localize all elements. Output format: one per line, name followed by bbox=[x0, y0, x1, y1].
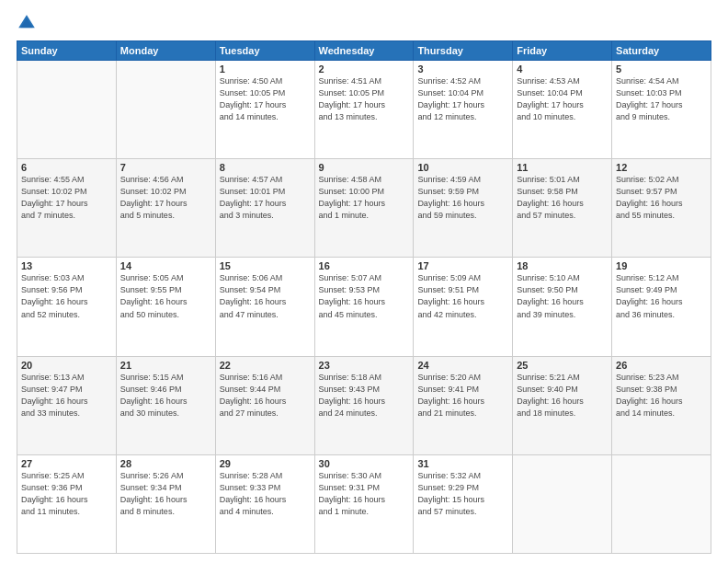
calendar-cell: 27Sunrise: 5:25 AM Sunset: 9:36 PM Dayli… bbox=[17, 454, 117, 553]
day-info: Sunrise: 5:15 AM Sunset: 9:46 PM Dayligh… bbox=[120, 372, 211, 419]
calendar-cell bbox=[612, 454, 711, 553]
day-number: 16 bbox=[319, 260, 410, 271]
day-number: 28 bbox=[120, 458, 211, 469]
calendar-cell: 3Sunrise: 4:52 AM Sunset: 10:04 PM Dayli… bbox=[414, 61, 513, 159]
day-number: 26 bbox=[616, 360, 707, 371]
day-info: Sunrise: 5:13 AM Sunset: 9:47 PM Dayligh… bbox=[21, 372, 112, 419]
day-number: 2 bbox=[319, 63, 410, 75]
calendar-cell: 18Sunrise: 5:10 AM Sunset: 9:50 PM Dayli… bbox=[513, 258, 612, 356]
calendar-cell bbox=[17, 61, 117, 159]
calendar-week-3: 13Sunrise: 5:03 AM Sunset: 9:56 PM Dayli… bbox=[17, 258, 711, 356]
day-info: Sunrise: 5:16 AM Sunset: 9:44 PM Dayligh… bbox=[220, 372, 311, 419]
day-number: 29 bbox=[220, 458, 311, 469]
day-number: 12 bbox=[616, 162, 707, 173]
day-info: Sunrise: 4:51 AM Sunset: 10:05 PM Daylig… bbox=[319, 75, 410, 123]
calendar-cell: 14Sunrise: 5:05 AM Sunset: 9:55 PM Dayli… bbox=[116, 258, 215, 356]
day-info: Sunrise: 4:53 AM Sunset: 10:04 PM Daylig… bbox=[517, 75, 608, 123]
calendar-week-1: 1Sunrise: 4:50 AM Sunset: 10:05 PM Dayli… bbox=[17, 61, 711, 159]
day-number: 21 bbox=[120, 360, 211, 371]
day-number: 18 bbox=[517, 260, 608, 271]
logo-icon bbox=[17, 13, 37, 33]
calendar-cell: 2Sunrise: 4:51 AM Sunset: 10:05 PM Dayli… bbox=[314, 61, 414, 159]
weekday-header-friday: Friday bbox=[513, 41, 612, 61]
day-info: Sunrise: 4:58 AM Sunset: 10:00 PM Daylig… bbox=[319, 174, 410, 222]
day-info: Sunrise: 4:59 AM Sunset: 9:59 PM Dayligh… bbox=[417, 174, 508, 222]
calendar-week-4: 20Sunrise: 5:13 AM Sunset: 9:47 PM Dayli… bbox=[17, 356, 711, 454]
day-info: Sunrise: 5:06 AM Sunset: 9:54 PM Dayligh… bbox=[220, 272, 311, 320]
day-number: 25 bbox=[517, 360, 608, 371]
calendar-cell: 7Sunrise: 4:56 AM Sunset: 10:02 PM Dayli… bbox=[116, 159, 215, 258]
day-info: Sunrise: 5:01 AM Sunset: 9:58 PM Dayligh… bbox=[517, 174, 608, 222]
calendar-cell: 26Sunrise: 5:23 AM Sunset: 9:38 PM Dayli… bbox=[612, 356, 711, 454]
day-number: 7 bbox=[120, 162, 211, 173]
calendar-cell: 5Sunrise: 4:54 AM Sunset: 10:03 PM Dayli… bbox=[612, 61, 711, 159]
day-number: 24 bbox=[417, 360, 508, 371]
day-info: Sunrise: 5:05 AM Sunset: 9:55 PM Dayligh… bbox=[120, 272, 211, 320]
day-number: 5 bbox=[616, 63, 707, 75]
logo bbox=[17, 13, 40, 33]
day-info: Sunrise: 5:26 AM Sunset: 9:34 PM Dayligh… bbox=[120, 470, 211, 518]
weekday-header-row: SundayMondayTuesdayWednesdayThursdayFrid… bbox=[17, 41, 711, 61]
day-number: 4 bbox=[517, 63, 608, 75]
calendar-cell: 29Sunrise: 5:28 AM Sunset: 9:33 PM Dayli… bbox=[215, 454, 314, 553]
day-number: 31 bbox=[417, 458, 508, 469]
day-info: Sunrise: 5:09 AM Sunset: 9:51 PM Dayligh… bbox=[417, 272, 508, 320]
day-info: Sunrise: 5:12 AM Sunset: 9:49 PM Dayligh… bbox=[616, 272, 707, 320]
day-info: Sunrise: 4:56 AM Sunset: 10:02 PM Daylig… bbox=[120, 174, 211, 222]
calendar-cell: 20Sunrise: 5:13 AM Sunset: 9:47 PM Dayli… bbox=[17, 356, 117, 454]
day-number: 30 bbox=[319, 458, 410, 469]
calendar-cell: 4Sunrise: 4:53 AM Sunset: 10:04 PM Dayli… bbox=[513, 61, 612, 159]
day-info: Sunrise: 5:03 AM Sunset: 9:56 PM Dayligh… bbox=[21, 272, 112, 320]
calendar-week-5: 27Sunrise: 5:25 AM Sunset: 9:36 PM Dayli… bbox=[17, 454, 711, 553]
day-info: Sunrise: 5:30 AM Sunset: 9:31 PM Dayligh… bbox=[319, 470, 410, 518]
day-number: 6 bbox=[21, 162, 112, 173]
page: SundayMondayTuesdayWednesdayThursdayFrid… bbox=[0, 0, 728, 563]
calendar-cell: 16Sunrise: 5:07 AM Sunset: 9:53 PM Dayli… bbox=[314, 258, 414, 356]
day-info: Sunrise: 4:57 AM Sunset: 10:01 PM Daylig… bbox=[220, 174, 311, 222]
day-info: Sunrise: 5:32 AM Sunset: 9:29 PM Dayligh… bbox=[417, 470, 508, 518]
calendar-cell: 28Sunrise: 5:26 AM Sunset: 9:34 PM Dayli… bbox=[116, 454, 215, 553]
calendar-cell bbox=[513, 454, 612, 553]
day-info: Sunrise: 5:02 AM Sunset: 9:57 PM Dayligh… bbox=[616, 174, 707, 222]
calendar-cell: 10Sunrise: 4:59 AM Sunset: 9:59 PM Dayli… bbox=[414, 159, 513, 258]
day-number: 10 bbox=[417, 162, 508, 173]
calendar-cell: 9Sunrise: 4:58 AM Sunset: 10:00 PM Dayli… bbox=[314, 159, 414, 258]
day-number: 1 bbox=[220, 63, 311, 75]
weekday-header-wednesday: Wednesday bbox=[314, 41, 414, 61]
day-number: 8 bbox=[220, 162, 311, 173]
day-number: 11 bbox=[517, 162, 608, 173]
calendar-cell: 8Sunrise: 4:57 AM Sunset: 10:01 PM Dayli… bbox=[215, 159, 314, 258]
day-info: Sunrise: 5:20 AM Sunset: 9:41 PM Dayligh… bbox=[417, 372, 508, 419]
weekday-header-saturday: Saturday bbox=[612, 41, 711, 61]
calendar-cell: 15Sunrise: 5:06 AM Sunset: 9:54 PM Dayli… bbox=[215, 258, 314, 356]
day-info: Sunrise: 5:10 AM Sunset: 9:50 PM Dayligh… bbox=[517, 272, 608, 320]
day-info: Sunrise: 5:21 AM Sunset: 9:40 PM Dayligh… bbox=[517, 372, 608, 419]
calendar-cell: 23Sunrise: 5:18 AM Sunset: 9:43 PM Dayli… bbox=[314, 356, 414, 454]
calendar-cell bbox=[116, 61, 215, 159]
day-number: 9 bbox=[319, 162, 410, 173]
calendar-week-2: 6Sunrise: 4:55 AM Sunset: 10:02 PM Dayli… bbox=[17, 159, 711, 258]
calendar-cell: 25Sunrise: 5:21 AM Sunset: 9:40 PM Dayli… bbox=[513, 356, 612, 454]
calendar-cell: 6Sunrise: 4:55 AM Sunset: 10:02 PM Dayli… bbox=[17, 159, 117, 258]
calendar-cell: 13Sunrise: 5:03 AM Sunset: 9:56 PM Dayli… bbox=[17, 258, 117, 356]
day-number: 27 bbox=[21, 458, 112, 469]
header bbox=[17, 13, 711, 33]
calendar-cell: 21Sunrise: 5:15 AM Sunset: 9:46 PM Dayli… bbox=[116, 356, 215, 454]
calendar-cell: 31Sunrise: 5:32 AM Sunset: 9:29 PM Dayli… bbox=[414, 454, 513, 553]
day-number: 20 bbox=[21, 360, 112, 371]
calendar-cell: 17Sunrise: 5:09 AM Sunset: 9:51 PM Dayli… bbox=[414, 258, 513, 356]
calendar-cell: 12Sunrise: 5:02 AM Sunset: 9:57 PM Dayli… bbox=[612, 159, 711, 258]
day-number: 19 bbox=[616, 260, 707, 271]
day-info: Sunrise: 5:23 AM Sunset: 9:38 PM Dayligh… bbox=[616, 372, 707, 419]
day-info: Sunrise: 4:55 AM Sunset: 10:02 PM Daylig… bbox=[21, 174, 112, 222]
calendar-cell: 19Sunrise: 5:12 AM Sunset: 9:49 PM Dayli… bbox=[612, 258, 711, 356]
day-info: Sunrise: 5:07 AM Sunset: 9:53 PM Dayligh… bbox=[319, 272, 410, 320]
day-info: Sunrise: 5:25 AM Sunset: 9:36 PM Dayligh… bbox=[21, 470, 112, 518]
day-number: 13 bbox=[21, 260, 112, 271]
weekday-header-sunday: Sunday bbox=[17, 41, 117, 61]
weekday-header-tuesday: Tuesday bbox=[215, 41, 314, 61]
day-info: Sunrise: 4:52 AM Sunset: 10:04 PM Daylig… bbox=[417, 75, 508, 123]
day-info: Sunrise: 4:54 AM Sunset: 10:03 PM Daylig… bbox=[616, 75, 707, 123]
day-info: Sunrise: 5:18 AM Sunset: 9:43 PM Dayligh… bbox=[319, 372, 410, 419]
day-number: 3 bbox=[417, 63, 508, 75]
